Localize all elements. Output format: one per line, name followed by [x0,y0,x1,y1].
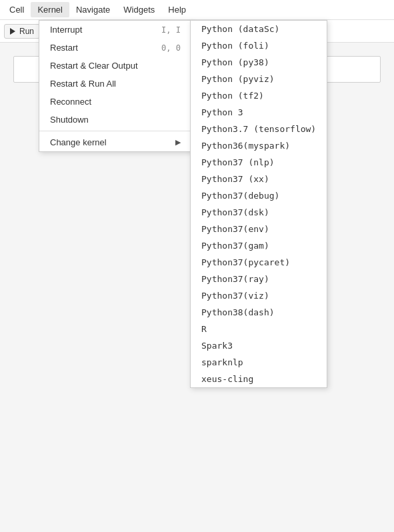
kernel-change-kernel-label: Change kernel [50,137,107,147]
kernel-option[interactable]: Python37 (xx) [191,171,327,187]
kernel-restart-run-all-label: Restart & Run All [50,79,116,89]
kernel-option[interactable]: Python3.7 (tensorflow) [191,121,327,137]
kernel-interrupt-label: Interrupt [50,25,82,35]
change-kernel-submenu: Python (dataSc)Python (foli)Python (py38… [190,20,327,388]
kernel-option[interactable]: Python37(pycaret) [191,254,327,271]
kernel-dropdown: Interrupt I, I Restart 0, 0 Restart & Cl… [39,20,192,152]
kernel-option[interactable]: Python (tf2) [191,87,327,104]
kernel-option[interactable]: Python37(ray) [191,271,327,287]
kernel-option[interactable]: Python37(viz) [191,287,327,304]
kernel-restart-shortcut: 0, 0 [161,43,181,53]
kernel-option[interactable]: Python37(debug) [191,187,327,204]
kernel-restart-run-all[interactable]: Restart & Run All [39,75,191,93]
kernel-restart-label: Restart [50,43,78,53]
kernel-reconnect-label: Reconnect [50,97,91,107]
kernel-option[interactable]: Python (foli) [191,37,327,54]
kernel-change-kernel[interactable]: Change kernel ▶ [39,133,191,151]
run-icon [10,28,15,35]
kernel-option[interactable]: Spark3 [191,337,327,354]
kernel-option[interactable]: Python (pyviz) [191,71,327,87]
kernel-option[interactable]: Python38(dash) [191,304,327,321]
kernel-shutdown-label: Shutdown [50,115,89,125]
kernel-option[interactable]: Python37 (nlp) [191,154,327,171]
kernel-option[interactable]: Python37(env) [191,221,327,237]
run-button[interactable]: Run [4,24,40,39]
kernel-restart[interactable]: Restart 0, 0 [39,39,191,57]
menu-cell[interactable]: Cell [3,2,31,17]
submenu-arrow-icon: ▶ [175,138,181,147]
kernel-option[interactable]: Python (py38) [191,54,327,71]
kernel-menu-sep [39,131,191,131]
kernel-option[interactable]: sparknlp [191,354,327,371]
menu-widgets[interactable]: Widgets [117,2,161,17]
kernel-option[interactable]: Python37(gam) [191,237,327,254]
kernel-restart-clear-label: Restart & Clear Output [50,61,138,71]
kernel-option[interactable]: Python36(myspark) [191,137,327,154]
kernel-option[interactable]: Python (dataSc) [191,21,327,37]
kernel-option[interactable]: xeus-cling [191,371,327,387]
kernel-interrupt[interactable]: Interrupt I, I [39,21,191,39]
kernel-reconnect[interactable]: Reconnect [39,93,191,111]
run-label: Run [19,27,34,36]
menu-navigate[interactable]: Navigate [69,2,117,17]
menu-help[interactable]: Help [161,2,193,17]
kernel-restart-clear[interactable]: Restart & Clear Output [39,57,191,75]
menu-bar: Cell Kernel Navigate Widgets Help [0,0,394,20]
kernel-option[interactable]: R [191,321,327,337]
menu-kernel[interactable]: Kernel [31,2,69,17]
kernel-option[interactable]: Python 3 [191,104,327,121]
kernel-interrupt-shortcut: I, I [161,25,181,35]
kernel-option[interactable]: Python37(dsk) [191,204,327,221]
kernel-shutdown[interactable]: Shutdown [39,111,191,129]
